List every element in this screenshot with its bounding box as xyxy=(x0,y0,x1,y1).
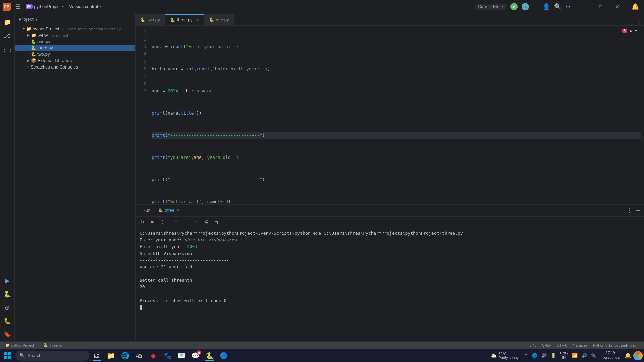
status-encoding[interactable]: UTF-8 xyxy=(554,342,570,349)
tray-up-icon[interactable]: ⌃ xyxy=(522,350,530,362)
tree-item-onepy[interactable]: 🐍 one.py xyxy=(15,38,135,45)
browser-icon: 🐾 xyxy=(163,352,172,360)
colorful-widget[interactable] xyxy=(633,351,643,360)
taskbar-app-chat[interactable]: 💬 48 xyxy=(189,350,202,362)
print-button[interactable]: 🖨 xyxy=(202,218,210,226)
status-python[interactable]: Python 3.12 (pythonProject) xyxy=(590,342,641,349)
scroll-up-icon[interactable]: ↑ xyxy=(172,218,180,226)
tray-volume-icon[interactable]: 🔊 xyxy=(539,350,549,362)
tab-twopy[interactable]: 🐍 two.py xyxy=(136,14,165,25)
tray-network-icon[interactable]: 🌐 xyxy=(530,350,539,362)
taskbar-app-filemanager[interactable]: 📁 xyxy=(104,350,118,362)
tree-item-scratches[interactable]: ≡ Scratches and Consoles xyxy=(15,64,135,70)
run-button[interactable]: ▶ xyxy=(510,3,518,10)
weather-info: 32°C Partly sunny xyxy=(498,352,519,360)
code-content[interactable]: name = input("Enter your name: ") birth_… xyxy=(149,26,641,204)
error-nav-down-icon[interactable]: ▼ xyxy=(634,28,638,33)
title-actions: Current File ▾ ▶ 🐛 ⋮ 👤 🔍 ⚙ xyxy=(475,3,571,10)
activity-folder-icon[interactable]: 📁 xyxy=(1,16,13,28)
close-button[interactable]: ✕ xyxy=(610,2,625,12)
weather-widget[interactable]: ⛅ 32°C Partly sunny xyxy=(488,352,521,360)
terminal-minimize-icon[interactable]: ─ xyxy=(635,207,641,214)
profile-icon[interactable]: 👤 xyxy=(543,3,550,10)
tray-sound-icon[interactable]: 🔊 xyxy=(580,350,589,362)
status-line-ending[interactable]: CRLF xyxy=(539,342,554,349)
taskbar-app-browser[interactable]: 🐾 xyxy=(160,350,174,362)
tab-onepy[interactable]: 🐍 one.py xyxy=(204,14,234,25)
status-indent[interactable]: 4 spaces xyxy=(570,342,590,349)
language-indicator[interactable]: ENG IN xyxy=(558,350,570,362)
activity-layers-icon[interactable]: ⊕ xyxy=(1,302,13,314)
clear-button[interactable]: 🗑 xyxy=(212,218,220,226)
scroll-down-icon[interactable]: ↓ xyxy=(182,218,190,226)
start-button[interactable] xyxy=(1,350,13,362)
debug-button[interactable]: 🐛 xyxy=(522,3,529,10)
taskbar-app-pycharm[interactable]: 🐍 xyxy=(203,350,216,362)
hamburger-menu[interactable]: ☰ xyxy=(13,2,23,11)
tray-battery-icon[interactable]: 🔋 xyxy=(549,350,558,362)
tray-power-icon[interactable]: 🔌 xyxy=(589,350,598,362)
tab-threepy[interactable]: 🐍 three.py ✕ xyxy=(165,14,204,25)
tree-item-external-libs[interactable]: ▶ 📦 External Libraries xyxy=(15,57,135,64)
email-icon: 📧 xyxy=(177,352,186,360)
notifications-button[interactable]: 🔔 xyxy=(629,1,641,13)
maximize-button[interactable]: □ xyxy=(593,2,608,12)
status-position[interactable]: 5:43 xyxy=(526,342,539,349)
tab-more-button[interactable]: ⋮ xyxy=(634,20,644,25)
tree-item-threepy[interactable]: 🐍 three.py xyxy=(15,45,135,51)
tree-item-twopy[interactable]: 🐍 two.py xyxy=(15,51,135,57)
run-tab[interactable]: Run xyxy=(138,205,154,216)
weather-icon: ⛅ xyxy=(490,352,497,359)
tree-item-venv[interactable]: ▶ 📁 .venv library root xyxy=(15,32,135,38)
taskbar-search[interactable]: 🔍 Search xyxy=(15,351,89,361)
run-config-dropdown[interactable]: Current File ▾ xyxy=(475,4,506,10)
activity-dots-icon[interactable]: ⋮⋮ xyxy=(1,43,13,55)
onepy-icon: 🐍 xyxy=(31,39,36,44)
terminal-output[interactable]: C:\Users\shres\PycharmProjects\pythonPro… xyxy=(136,227,644,349)
terminal-output-line-4: ---------------------------------- xyxy=(140,257,640,264)
more-actions-icon[interactable]: ⋮ xyxy=(533,3,539,10)
minimize-button[interactable]: ─ xyxy=(576,2,592,12)
activity-bug-icon[interactable]: 🐛 xyxy=(1,315,13,327)
search-icon[interactable]: 🔍 xyxy=(554,3,561,10)
taskbar-app-edge[interactable]: 🌐 xyxy=(118,350,132,362)
taskbar-app-store[interactable]: 🛍 xyxy=(132,350,146,362)
root-folder-icon: 📁 xyxy=(26,26,31,31)
activity-git-icon[interactable]: ⎇ xyxy=(1,30,13,42)
rerun-button[interactable]: ↻ xyxy=(138,218,146,226)
soft-wrap-icon[interactable]: ≡ xyxy=(192,218,200,226)
three-tab-close-icon[interactable]: ✕ xyxy=(177,208,180,212)
tab-threepy-close-icon[interactable]: ✕ xyxy=(196,18,199,22)
activity-run-icon[interactable]: ▶ xyxy=(1,275,13,287)
threepy-icon: 🐍 xyxy=(31,46,36,50)
editor-scrollbar[interactable] xyxy=(641,26,644,204)
taskbar-app-chrome[interactable]: 🔵 xyxy=(217,350,230,362)
tree-item-root[interactable]: ▾ 📁 pythonProject C:\Users\shres\Pycharm… xyxy=(15,26,135,32)
taskbar-search-label: Search xyxy=(28,353,41,358)
taskbar-app-email[interactable]: 📧 xyxy=(175,350,188,362)
more-tool-button[interactable]: ⋮ xyxy=(158,218,167,226)
three-tab[interactable]: 🐍 three ✕ xyxy=(154,205,184,216)
project-label[interactable]: Project ▾ xyxy=(19,17,38,22)
stop-button[interactable]: ■ xyxy=(148,218,156,226)
status-project[interactable]: 📁 pythonProject xyxy=(3,342,37,349)
taskbar-app-red[interactable]: ◆ xyxy=(146,350,160,362)
venv-folder-icon: 📁 xyxy=(31,33,36,38)
version-control-dropdown[interactable]: Version control ▾ xyxy=(69,4,101,9)
taskbar-app-explorer[interactable]: 🗂 xyxy=(90,350,103,362)
tray-wifi-icon[interactable]: 📶 xyxy=(570,350,580,362)
svg-rect-0 xyxy=(4,352,7,355)
notification-bell-icon[interactable]: 🔔 xyxy=(623,350,633,362)
error-nav-up-icon[interactable]: ▲ xyxy=(629,28,633,33)
activity-bookmark-icon[interactable]: 🔖 xyxy=(1,328,13,341)
terminal-more-icon[interactable]: ⋮ xyxy=(626,207,634,214)
settings-icon[interactable]: ⚙ xyxy=(565,3,571,10)
explorer-indicator xyxy=(93,360,101,361)
project-name-dropdown[interactable]: PP pythonProject ▾ xyxy=(26,4,64,9)
code-editor[interactable]: 1 2 3 4 5 6 7 8 9 name = input("Enter yo… xyxy=(136,26,644,204)
status-bar: 📁 pythonProject › 🐍 three.py 5:43 CRLF U… xyxy=(0,341,644,349)
version-control-chevron-icon: ▾ xyxy=(99,5,101,8)
activity-python-icon[interactable]: 🐍 xyxy=(1,288,13,300)
status-file[interactable]: 🐍 three.py xyxy=(41,342,65,349)
taskbar-clock[interactable]: 17:19 12-08-2024 xyxy=(598,350,623,361)
